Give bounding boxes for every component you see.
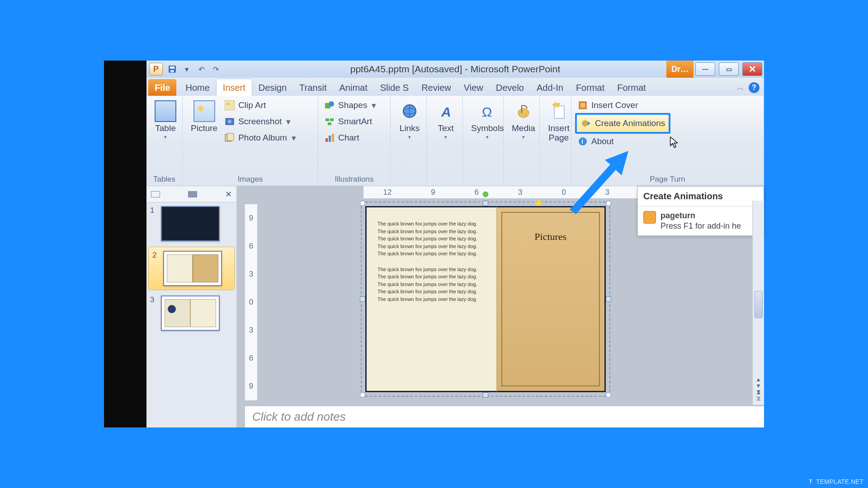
- ribbon-collapse-icon[interactable]: ︿: [737, 83, 744, 93]
- book-left-page: The quick brown fox jumps over the lazy …: [365, 206, 497, 392]
- tab-format-2[interactable]: Format: [611, 79, 652, 96]
- group-tables-label: Tables: [150, 172, 179, 186]
- tab-animations[interactable]: Animat: [333, 79, 374, 96]
- resize-handle[interactable]: [360, 392, 365, 398]
- maximize-button[interactable]: ▭: [719, 62, 739, 76]
- slide-thumb-3[interactable]: 3: [146, 292, 236, 334]
- undo-icon[interactable]: ↶: [196, 64, 206, 74]
- create-animations-button[interactable]: Create Animations: [575, 113, 670, 134]
- outline-icon[interactable]: [151, 191, 160, 197]
- notes-pane[interactable]: Click to add notes: [245, 406, 764, 427]
- resize-handle[interactable]: [606, 296, 611, 302]
- powerpoint-logo-icon: P: [149, 63, 163, 75]
- svg-rect-3: [225, 100, 235, 110]
- screenshot-icon: [224, 116, 236, 127]
- group-pageturn-label: Page Turn: [575, 172, 760, 186]
- ribbon-tabs: File Home Insert Design Transit Animat S…: [146, 78, 764, 96]
- tab-addins[interactable]: Add-In: [530, 79, 570, 96]
- redo-icon[interactable]: ↷: [211, 64, 221, 74]
- svg-rect-1: [170, 66, 175, 69]
- svg-rect-14: [326, 138, 328, 142]
- insert-cover-button[interactable]: Insert Cover: [575, 99, 670, 112]
- media-button[interactable]: Media▾: [507, 99, 540, 142]
- insert-page-button[interactable]: Insert Page: [543, 99, 574, 145]
- svg-rect-12: [330, 118, 334, 121]
- slide-thumb-2[interactable]: 2: [148, 247, 235, 290]
- rotate-handle[interactable]: [483, 192, 488, 197]
- save-icon[interactable]: [167, 64, 177, 74]
- tab-developer[interactable]: Develo: [490, 79, 530, 96]
- tab-review[interactable]: Review: [415, 79, 458, 96]
- screenshot-button[interactable]: Screenshot▾: [222, 115, 298, 128]
- resize-handle[interactable]: [483, 201, 488, 206]
- info-icon: i: [577, 136, 589, 147]
- resize-handle[interactable]: [360, 296, 365, 302]
- clipart-button[interactable]: Clip Art: [222, 99, 298, 112]
- tab-home[interactable]: Home: [179, 79, 216, 96]
- svg-point-4: [227, 103, 230, 105]
- tooltip-title: Create Animations: [638, 187, 764, 206]
- tab-insert[interactable]: Insert: [216, 79, 252, 96]
- resize-handle[interactable]: [606, 201, 611, 206]
- text-button[interactable]: A Text▾: [430, 99, 461, 142]
- context-tooltip: Create Animations pageturn Press F1 for …: [637, 186, 764, 236]
- clipart-icon: [224, 99, 236, 111]
- tab-format-1[interactable]: Format: [570, 79, 611, 96]
- help-icon[interactable]: ?: [749, 82, 760, 93]
- account-box[interactable]: Dr…: [666, 61, 693, 78]
- table-icon: [155, 100, 176, 122]
- resize-handle[interactable]: [483, 392, 488, 398]
- cover-icon: [577, 99, 589, 111]
- slide-nav-buttons[interactable]: ▴▾⧗⧖: [753, 376, 764, 401]
- photoalbum-icon: [224, 132, 236, 144]
- svg-rect-16: [332, 134, 334, 142]
- svg-rect-15: [329, 136, 331, 142]
- chevron-down-icon[interactable]: ▾: [182, 64, 192, 74]
- svg-text:Ω: Ω: [482, 104, 492, 119]
- tab-view[interactable]: View: [458, 79, 490, 96]
- picture-button[interactable]: Picture: [186, 99, 222, 135]
- svg-point-6: [228, 120, 231, 123]
- thumbnails-icon[interactable]: [188, 191, 197, 197]
- photoalbum-button[interactable]: Photo Album▾: [222, 131, 298, 145]
- chart-button[interactable]: Chart: [322, 131, 378, 145]
- book-right-page: Pictures: [497, 206, 606, 392]
- thumb-preview: [161, 296, 220, 331]
- vertical-scrollbar[interactable]: ▴▾⧗⧖: [752, 201, 764, 405]
- resize-handle[interactable]: [360, 201, 365, 206]
- svg-rect-8: [227, 133, 234, 141]
- links-button[interactable]: Links▾: [394, 99, 425, 142]
- svg-text:A: A: [441, 104, 451, 119]
- svg-rect-13: [328, 122, 331, 125]
- window-title: ppt6A45.pptm [Autosaved] - Microsoft Pow…: [350, 64, 561, 75]
- animation-icon: [580, 117, 592, 129]
- slide-thumb-1[interactable]: 1: [146, 202, 236, 245]
- table-button[interactable]: Table ▾: [150, 99, 181, 142]
- scrollbar-thumb[interactable]: [755, 291, 763, 318]
- ribbon: Table ▾ Tables Picture: [146, 96, 764, 186]
- text-icon: A: [435, 100, 457, 122]
- tab-slideshow[interactable]: Slide S: [374, 79, 415, 96]
- close-button[interactable]: ✕: [742, 62, 762, 76]
- resize-handle[interactable]: [606, 392, 611, 398]
- picture-icon: [193, 100, 215, 122]
- symbols-button[interactable]: Ω Symbols▾: [467, 99, 509, 142]
- selected-book-shape[interactable]: The quick brown fox jumps over the lazy …: [363, 204, 608, 394]
- smartart-button[interactable]: SmartArt: [322, 115, 378, 128]
- notes-placeholder: Click to add notes: [252, 410, 346, 423]
- svg-rect-11: [326, 118, 329, 121]
- tab-transitions[interactable]: Transit: [293, 79, 333, 96]
- shapes-icon: [324, 99, 335, 111]
- tab-design[interactable]: Design: [252, 79, 293, 96]
- shapes-button[interactable]: Shapes▾: [322, 99, 378, 112]
- close-panel-button[interactable]: ✕: [225, 189, 232, 199]
- vertical-ruler: 9630369: [245, 204, 258, 400]
- pageturn-icon: [643, 211, 656, 224]
- svg-rect-23: [554, 106, 564, 118]
- minimize-button[interactable]: —: [695, 62, 715, 76]
- slide-thumbnail-panel: ✕ 1 2 3: [146, 186, 237, 427]
- svg-point-28: [582, 121, 588, 126]
- svg-rect-27: [580, 103, 585, 108]
- about-button[interactable]: i About: [575, 135, 670, 148]
- tab-file[interactable]: File: [148, 79, 176, 96]
